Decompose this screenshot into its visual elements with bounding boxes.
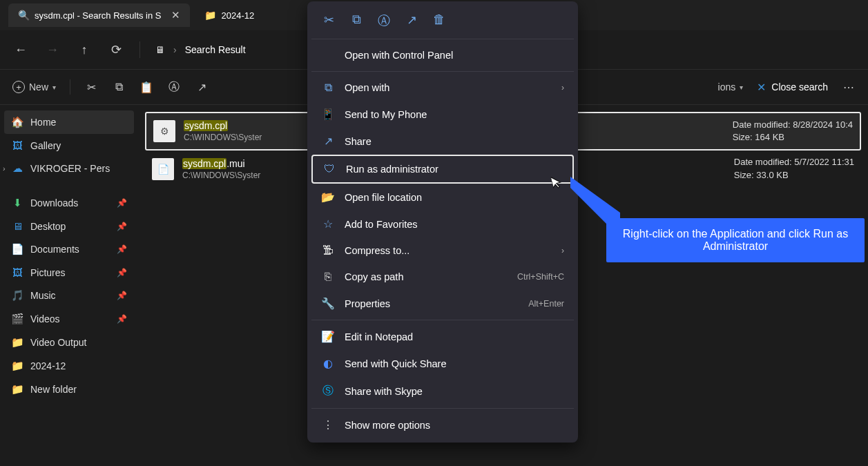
new-label: New <box>29 81 48 93</box>
folder-icon: 📁 <box>11 336 23 349</box>
context-item-label: Open with <box>345 82 389 93</box>
sidebar-item-new-folder[interactable]: 📁 New folder <box>4 378 134 401</box>
file-info: sysdm.cpl C:\WINDOWS\Syster <box>184 120 262 142</box>
chevron-down-icon: ▾ <box>52 84 56 91</box>
context-item-skype[interactable]: Ⓢ Share with Skype <box>311 377 574 405</box>
tab-folder[interactable]: 📁 2024-12 <box>195 4 264 26</box>
context-item-open-with[interactable]: ⧉ Open with › <box>311 75 574 101</box>
annotation-text: Right-click on the Application and click… <box>623 228 848 252</box>
size-label: Size: <box>734 170 754 180</box>
file-name: sysdm.cpl <box>184 120 262 131</box>
folder-icon: 📁 <box>11 360 23 372</box>
sidebar-item-label: Pictures <box>30 267 66 278</box>
share-icon[interactable]: ↗ <box>404 12 419 29</box>
delete-icon[interactable]: 🗑 <box>432 12 447 29</box>
folder-icon: 📁 <box>11 383 23 396</box>
context-item-label: Send to My Phone <box>345 109 427 120</box>
back-button[interactable]: ← <box>12 41 29 58</box>
forward-button[interactable]: → <box>44 41 61 58</box>
divider <box>311 71 574 72</box>
chevron-right-icon: › <box>173 44 177 55</box>
sidebar-item-label: Downloads <box>30 197 78 208</box>
divider <box>311 39 574 39</box>
share-icon: ↗ <box>321 135 335 148</box>
divider <box>70 79 70 95</box>
search-icon: 🔍 <box>18 10 29 21</box>
file-name: sysdm.cpl.mui <box>182 158 260 169</box>
file-info: sysdm.cpl.mui C:\WINDOWS\Syster <box>182 158 260 180</box>
context-item-send-to-phone[interactable]: 📱 Send to My Phone <box>311 101 574 128</box>
sidebar-item-onedrive[interactable]: › ☁ VIKROGER - Pers <box>4 157 134 180</box>
sidebar-item-music[interactable]: 🎵 Music 📌 <box>4 284 134 307</box>
folder-open-icon: 📂 <box>321 191 335 204</box>
sidebar-item-label: New folder <box>30 384 77 395</box>
tab-title: 2024-12 <box>222 10 255 21</box>
pin-icon: 📌 <box>117 222 127 231</box>
context-item-more-options[interactable]: ⋮ Show more options <box>311 411 574 438</box>
context-item-quick-share[interactable]: ◐ Send with Quick Share <box>311 350 574 377</box>
rename-icon[interactable]: Ⓐ <box>376 12 392 29</box>
context-item-label: Copy as path <box>345 271 403 282</box>
divider <box>311 320 574 320</box>
new-button[interactable]: + New ▾ <box>12 81 56 93</box>
context-item-label: Open with Control Panel <box>345 50 453 61</box>
shortcut-label: Alt+Enter <box>528 299 564 309</box>
sidebar-item-video-output[interactable]: 📁 Video Output <box>4 331 134 354</box>
close-search-button[interactable]: ✕ Close search <box>757 81 828 94</box>
pin-icon: 📌 <box>117 198 127 208</box>
sidebar-item-label: Video Output <box>30 337 86 348</box>
folder-icon: 📁 <box>205 10 216 21</box>
close-search-label: Close search <box>771 81 828 93</box>
properties-icon: 🔧 <box>321 297 335 310</box>
context-item-add-favorites[interactable]: ☆ Add to Favorites <box>311 211 574 237</box>
cut-icon[interactable]: ✂ <box>321 12 336 29</box>
tab-title: sysdm.cpl - Search Results in S <box>35 10 162 21</box>
sidebar-item-desktop[interactable]: 🖥 Desktop 📌 <box>4 215 134 237</box>
sidebar-item-2024-12[interactable]: 📁 2024-12 <box>4 354 134 378</box>
context-item-label: Show more options <box>345 420 430 431</box>
address-bar[interactable]: 🖥 › Search Result <box>155 44 246 55</box>
context-item-copy-path[interactable]: ⎘ Copy as path Ctrl+Shift+C <box>311 264 574 290</box>
context-item-open-control-panel[interactable]: · Open with Control Panel <box>311 42 574 68</box>
context-item-edit-notepad[interactable]: 📝 Edit in Notepad <box>311 323 574 350</box>
up-button[interactable]: ↑ <box>76 41 93 58</box>
chevron-right-icon[interactable]: › <box>3 164 6 173</box>
sidebar-item-pictures[interactable]: 🖼 Pictures 📌 <box>4 261 134 284</box>
sidebar-item-gallery[interactable]: 🖼 Gallery <box>4 134 134 157</box>
sidebar-item-home[interactable]: 🏠 Home <box>4 110 134 134</box>
context-item-share[interactable]: ↗ Share <box>311 128 574 155</box>
monitor-icon: 🖥 <box>155 44 165 55</box>
copy-icon[interactable]: ⧉ <box>349 12 364 29</box>
date-modified-label: Date modified: <box>733 119 791 130</box>
videos-icon: 🎬 <box>11 313 23 325</box>
music-icon: 🎵 <box>11 289 23 302</box>
sidebar-item-label: Desktop <box>30 221 66 232</box>
cut-icon[interactable]: ✂ <box>84 80 98 94</box>
close-tab-icon[interactable]: ✕ <box>171 9 180 21</box>
date-modified-label: Date modified: <box>734 157 792 167</box>
sidebar-item-documents[interactable]: 📄 Documents 📌 <box>4 237 134 261</box>
rename-icon[interactable]: Ⓐ <box>167 80 181 94</box>
chevron-right-icon: › <box>561 83 564 93</box>
home-icon: 🏠 <box>11 116 23 128</box>
copy-icon[interactable]: ⧉ <box>112 80 126 94</box>
context-item-run-as-admin[interactable]: 🛡 Run as administrator <box>311 155 574 184</box>
context-item-label: Share <box>345 136 372 147</box>
phone-icon: 📱 <box>321 108 335 121</box>
refresh-button[interactable]: ⟳ <box>108 41 124 58</box>
context-item-properties[interactable]: 🔧 Properties Alt+Enter <box>311 290 574 317</box>
quickshare-icon: ◐ <box>321 357 335 370</box>
sidebar-item-downloads[interactable]: ⬇ Downloads 📌 <box>4 191 134 215</box>
sidebar-item-videos[interactable]: 🎬 Videos 📌 <box>4 307 134 331</box>
file-metadata: Date modified: 8/28/2024 10:4 Size: 164 … <box>733 119 853 144</box>
paste-icon[interactable]: 📋 <box>139 80 153 94</box>
context-item-compress[interactable]: 🗜 Compress to... › <box>311 237 574 264</box>
date-modified-value: 8/28/2024 10:4 <box>793 119 853 130</box>
context-item-open-file-location[interactable]: 📂 Open file location <box>311 184 574 211</box>
more-icon[interactable]: ⋯ <box>842 80 856 94</box>
onedrive-icon: ☁ <box>11 162 23 175</box>
sidebar-item-label: Videos <box>30 313 60 324</box>
share-toolbar-icon[interactable]: ↗ <box>195 80 209 94</box>
search-options-button[interactable]: ions ▾ <box>718 81 744 93</box>
tab-search-results[interactable]: 🔍 sysdm.cpl - Search Results in S ✕ <box>8 3 190 27</box>
